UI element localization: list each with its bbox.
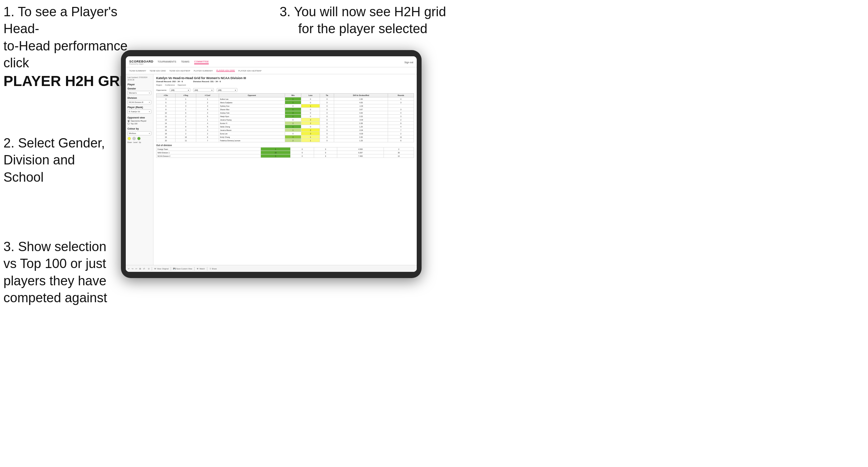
colour-by-label: Colour by xyxy=(128,127,151,130)
colour-dropdown[interactable]: Win/loss xyxy=(128,131,151,135)
h2h-table: # Div # Reg # Conf Opponent Win Loss Tie… xyxy=(156,93,414,142)
col-div: # Div xyxy=(157,94,176,97)
table-row: NCAA Division 2 5 0 0 7.400 10 xyxy=(157,154,414,158)
opponent-select[interactable]: (All) xyxy=(217,88,237,92)
overall-record: Overall Record: 353 - 34 - 6 xyxy=(156,80,183,83)
sub-nav-player-summary[interactable]: PLAYER SUMMARY xyxy=(194,70,213,72)
sub-nav: TEAM SUMMARY TEAM H2H GRID TEAM H2H HEAT… xyxy=(126,67,417,74)
col-loss: Loss xyxy=(301,94,320,97)
sub-nav-team-h2h-grid[interactable]: TEAM H2H GRID xyxy=(150,70,166,72)
nav-links: TOURNAMENTS TEAMS COMMITTEE xyxy=(158,60,404,64)
sub-nav-player-h2h-grid[interactable]: PLAYER H2H GRID xyxy=(216,69,235,72)
tablet-device: SCOREBOARD Powered by clippd TOURNAMENTS… xyxy=(121,50,422,278)
table-row: 1474 Eunice Yi 2 2 0 0.38 9 xyxy=(157,122,414,125)
col-opponent: Opponent xyxy=(219,94,285,97)
table-row: 1125 Heejo Hyun 1 0 0 3.33 3 xyxy=(157,115,414,118)
conference-select[interactable]: (All) xyxy=(193,88,214,92)
logo-sub: Powered by clippd xyxy=(129,63,153,65)
opponents-label: Opponents: xyxy=(156,89,167,91)
opponent-view-label: Opponent view xyxy=(128,116,151,119)
region-label: Region xyxy=(156,84,162,86)
nav-tournaments[interactable]: TOURNAMENTS xyxy=(158,60,176,64)
table-row: Foreign Team 1 0 0 4.500 2 xyxy=(157,147,414,151)
step1-bold: PLAYER H2H GRID xyxy=(3,73,134,89)
region-filter-group: Region xyxy=(156,84,162,86)
table-row: 1063 Andrea York 2 0 0 4.00 4 xyxy=(157,111,414,115)
col-win: Win xyxy=(285,94,301,97)
instruction-3-left: 3. Show selection vs Top 100 or just pla… xyxy=(3,238,121,307)
logo-area: SCOREBOARD Powered by clippd xyxy=(129,60,153,65)
toolbar-divider-3 xyxy=(194,267,195,270)
view-original-btn[interactable]: 👁 View: Original xyxy=(154,268,169,270)
colour-dot-level xyxy=(132,137,136,140)
conference-label: Conference xyxy=(165,84,174,86)
division-label: Division xyxy=(128,97,151,99)
save-icon: 💾 xyxy=(173,268,176,270)
grid-records: Overall Record: 353 - 34 - 6 Division Re… xyxy=(156,80,414,83)
watch-btn[interactable]: 👁 Watch xyxy=(197,268,205,270)
gender-dropdown[interactable]: Women's xyxy=(128,91,151,95)
nav-teams[interactable]: TEAMS xyxy=(181,60,189,64)
table-row: 1634 Jessica Mason 1 2 0 -0.94 7 xyxy=(157,128,414,132)
filter-row: Region Conference Opponent xyxy=(156,84,414,86)
colour-dots xyxy=(128,137,151,140)
sub-nav-player-h2h-heatmap[interactable]: PLAYER H2H HEATMAP xyxy=(238,70,262,72)
opponent-label: Opponent xyxy=(178,84,186,86)
col-rounds: Rounds xyxy=(388,94,414,97)
radio-dot-top100 xyxy=(128,123,130,125)
grid-title: Katelyn Vo Head-to-Head Grid for Women's… xyxy=(156,76,414,80)
sidebar: Last Updated: 27/03/2024 16:55:38 Player… xyxy=(126,74,153,272)
nav-committee[interactable]: COMMITTEE xyxy=(194,60,209,64)
table-row: 914 Sharon Mun 1 0 0 3.67 3 xyxy=(157,108,414,111)
table-row: 311 Esther Lee 1 0 0 1.50 4 xyxy=(157,97,414,101)
instruction-2: 2. Select Gender, Division and School xyxy=(3,135,121,186)
instruction-1: 1. To see a Player's Head- to-Head perfo… xyxy=(3,3,135,90)
save-custom-btn[interactable]: 💾 Save Custom View xyxy=(173,268,192,270)
toolbar-divider-2 xyxy=(171,267,171,270)
sub-nav-team-summary[interactable]: TEAM SUMMARY xyxy=(129,70,146,72)
table-row: 1822 Euna Lee 0 3 0 -5.00 2 xyxy=(157,132,414,135)
col-tie: Tie xyxy=(320,94,334,97)
radio-top100[interactable]: Top 100 xyxy=(128,123,151,125)
table-row: 633 Sydney Kuo 0 1 0 -1.00 xyxy=(157,104,414,108)
division-dropdown[interactable]: NCAA Division III xyxy=(128,100,151,104)
toolbar-divider-4 xyxy=(207,267,207,270)
opponents-select[interactable]: (All) xyxy=(170,88,190,92)
tablet-screen: SCOREBOARD Powered by clippd TOURNAMENTS… xyxy=(126,56,417,272)
table-row: 1311 Jessica Huang 0 2 0 -3.00 2 xyxy=(157,118,414,122)
radio-dot-opponents xyxy=(128,120,130,122)
colour-section: Colour by Win/loss Down Level Up xyxy=(128,127,151,143)
col-conf: # Conf xyxy=(196,94,219,97)
share-icon: ⇪ xyxy=(209,268,211,270)
opponents-row: Opponents: (All) (All) (All) xyxy=(156,88,414,92)
view-icon: 👁 xyxy=(154,268,156,270)
col-diff: Diff Av Strokes/Rnd xyxy=(334,94,388,97)
bottom-toolbar: ↩ ↪ ↩ ⊞ ↺ · ⊙ 👁 View: Original 💾 Save Cu… xyxy=(153,265,417,272)
main-content: Last Updated: 27/03/2024 16:55:38 Player… xyxy=(126,74,417,272)
sign-out[interactable]: Sign out xyxy=(404,61,413,64)
table-row: 522 Alexis Sudjianto 1 0 0 4.00 3 xyxy=(157,101,414,104)
radio-opponents-played[interactable]: Opponents Played xyxy=(128,120,151,122)
nav-bar: SCOREBOARD Powered by clippd TOURNAMENTS… xyxy=(126,56,417,67)
division-record: Division Record: 331 - 34 - 6 xyxy=(193,80,221,83)
table-row: NAIA Division 1 15 0 0 9.267 30 xyxy=(157,151,414,154)
gender-label: Gender xyxy=(128,87,151,90)
sidebar-timestamp: Last Updated: 27/03/2024 16:55:38 xyxy=(128,76,151,81)
colour-legend: Down Level Up xyxy=(128,141,151,143)
player-rank-label: Player (Rank) xyxy=(128,106,151,108)
instruction-3-right: 3. You will now see H2H grid for the pla… xyxy=(276,3,449,38)
table-row: 1585 Stella Cheng 1 0 0 1.25 4 xyxy=(157,125,414,128)
col-reg: # Reg xyxy=(176,94,196,97)
out-division-title: Out of division xyxy=(156,144,414,146)
watch-icon: 👁 xyxy=(197,268,199,270)
player-rank-dropdown[interactable]: 8. Katelyn Vo xyxy=(128,109,151,114)
sub-nav-team-h2h-heatmap[interactable]: TEAM H2H HEATMAP xyxy=(169,70,190,72)
out-division-table: Foreign Team 1 0 0 4.500 2 NAIA Division… xyxy=(156,147,414,158)
table-row: 19106 Emily Chang 4 1 0 0.30 11 xyxy=(157,135,414,139)
colour-dot-down xyxy=(128,137,131,140)
grid-area: Katelyn Vo Head-to-Head Grid for Women's… xyxy=(153,74,417,272)
share-btn[interactable]: ⇪ Share xyxy=(209,268,217,270)
conference-filter-group: Conference xyxy=(165,84,174,86)
colour-dot-up xyxy=(137,137,141,140)
table-row: 20117 Federica Domecq Lacroze 2 1 0 1.33… xyxy=(157,139,414,142)
